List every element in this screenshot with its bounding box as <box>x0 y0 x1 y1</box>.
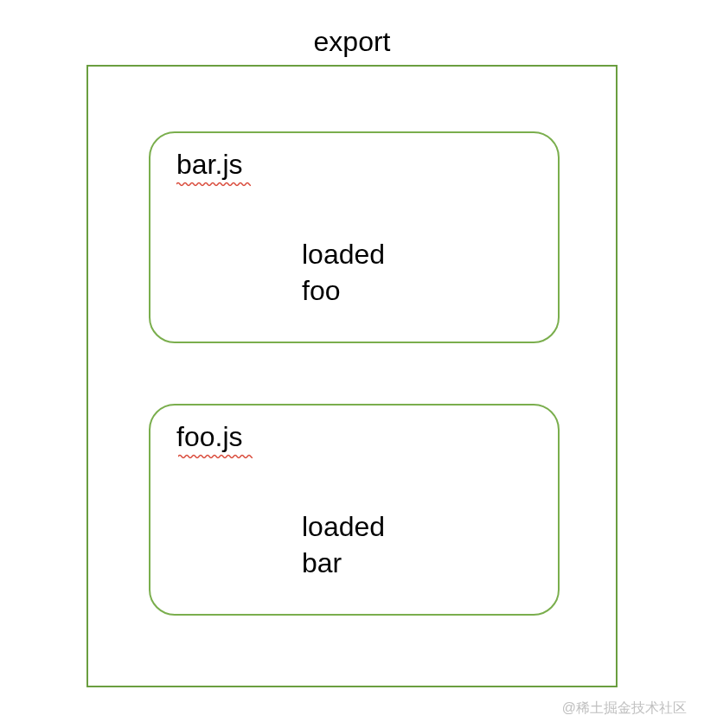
module-content-bar: loaded foo <box>302 237 385 309</box>
module-name-bar: bar.js <box>176 149 242 181</box>
spellcheck-squiggle-icon <box>178 454 253 459</box>
watermark-text: @稀土掘金技术社区 <box>562 699 687 718</box>
diagram-title: export <box>0 26 704 58</box>
spellcheck-squiggle-icon <box>176 182 251 187</box>
content-line: foo <box>302 273 385 310</box>
content-line: loaded <box>302 237 385 273</box>
module-box-bar: bar.js loaded foo <box>149 131 560 343</box>
content-line: loaded <box>302 509 385 546</box>
module-box-foo: foo.js loaded bar <box>149 404 560 616</box>
module-content-foo: loaded bar <box>302 509 385 581</box>
export-container: bar.js loaded foo foo.js loaded bar <box>86 65 618 687</box>
module-name-foo: foo.js <box>176 421 242 453</box>
content-line: bar <box>302 546 385 582</box>
